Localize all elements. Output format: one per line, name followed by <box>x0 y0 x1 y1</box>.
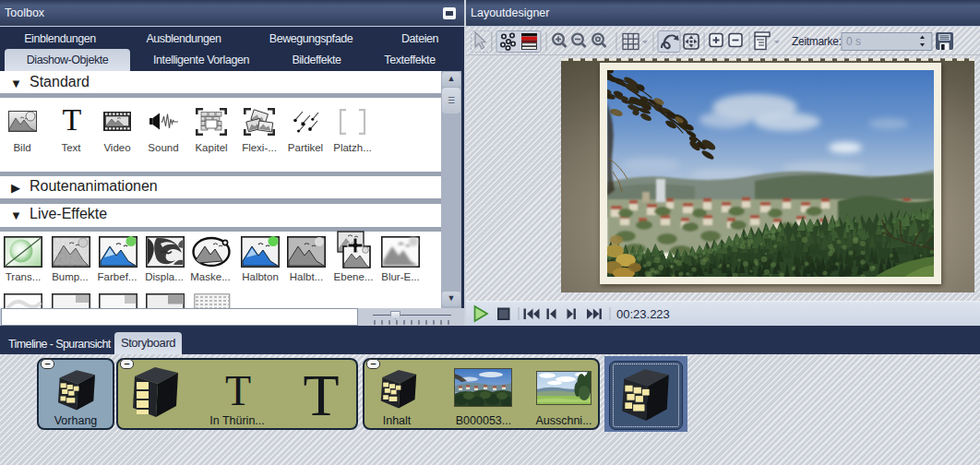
svg-text:Zeitmarke:: Zeitmarke: <box>792 35 842 48</box>
svg-text:0 s: 0 s <box>846 35 861 48</box>
svg-text:00:23.223: 00:23.223 <box>616 307 670 321</box>
